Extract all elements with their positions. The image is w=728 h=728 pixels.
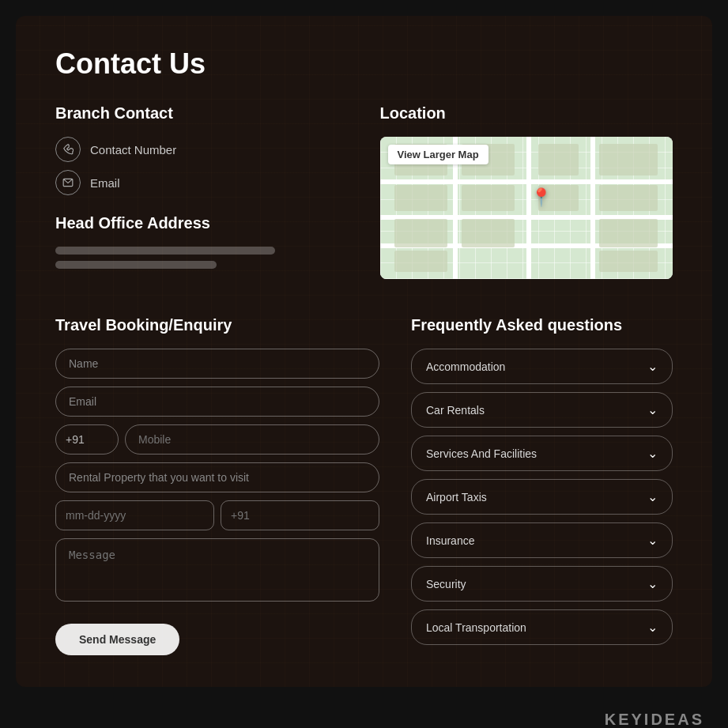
- property-field-group: [55, 462, 379, 492]
- faq-item-local-transportation[interactable]: Local Transportation ⌄: [411, 609, 673, 645]
- chevron-down-icon: ⌄: [647, 359, 658, 374]
- travel-booking-title: Travel Booking/Enquiry: [55, 316, 379, 334]
- name-input[interactable]: [55, 349, 379, 379]
- map-block: [462, 185, 515, 210]
- faq-item-insurance[interactable]: Insurance ⌄: [411, 522, 673, 558]
- country-code-input[interactable]: [55, 424, 119, 455]
- map-block: [394, 251, 447, 272]
- faq-item-services-facilities[interactable]: Services And Facilities ⌄: [411, 436, 673, 471]
- branch-contact-section: Branch Contact Contact Number: [55, 104, 349, 292]
- secondary-phone-input[interactable]: [221, 500, 379, 530]
- faq-label-car-rentals: Car Rentals: [426, 404, 485, 417]
- email-item[interactable]: Email: [55, 170, 349, 195]
- property-input[interactable]: [55, 462, 379, 492]
- travel-booking-section: Travel Booking/Enquiry: [55, 316, 379, 655]
- head-office-title: Head Office Address: [55, 214, 349, 232]
- faq-title: Frequently Asked questions: [411, 316, 673, 334]
- contact-number-label: Contact Number: [90, 143, 176, 157]
- map-block: [599, 251, 658, 272]
- chevron-down-icon: ⌄: [647, 446, 658, 461]
- faq-item-car-rentals[interactable]: Car Rentals ⌄: [411, 392, 673, 428]
- email-icon: [55, 170, 81, 195]
- phone-row: [55, 424, 379, 455]
- faq-item-accommodation[interactable]: Accommodation ⌄: [411, 349, 673, 384]
- phone-icon: [55, 137, 81, 162]
- brand-logo: KEYIDEAS agility·ingenuity·reliability: [591, 711, 704, 728]
- map-block: [599, 219, 658, 247]
- map-container: View Larger Map: [380, 137, 673, 279]
- brand-name: KEYIDEAS: [605, 711, 704, 728]
- faq-item-airport-taxis[interactable]: Airport Taxis ⌄: [411, 479, 673, 515]
- map-block: [462, 219, 515, 247]
- map-block: [599, 185, 658, 210]
- chevron-down-icon: ⌄: [647, 533, 658, 548]
- faq-label-local-transportation: Local Transportation: [426, 621, 526, 634]
- faq-label-airport-taxis: Airport Taxis: [426, 491, 487, 504]
- map-block: [394, 185, 447, 210]
- view-larger-map-button[interactable]: View Larger Map: [388, 145, 488, 164]
- faq-item-security[interactable]: Security ⌄: [411, 566, 673, 602]
- date-phone-row: [55, 500, 379, 530]
- page-title: Contact Us: [55, 47, 673, 81]
- email-input[interactable]: [55, 387, 379, 417]
- faq-label-security: Security: [426, 578, 466, 590]
- chevron-down-icon: ⌄: [647, 402, 658, 417]
- map-road: [590, 137, 595, 279]
- map-road: [526, 137, 531, 279]
- footer: KEYIDEAS agility·ingenuity·reliability: [0, 703, 728, 728]
- send-message-button[interactable]: Send Message: [55, 624, 179, 655]
- map-block: [599, 144, 658, 175]
- date-input[interactable]: [55, 500, 214, 530]
- email-label: Email: [90, 176, 120, 190]
- email-field-group: [55, 387, 379, 417]
- faq-section: Frequently Asked questions Accommodation…: [411, 316, 673, 655]
- chevron-down-icon: ⌄: [647, 576, 658, 591]
- contact-number-item[interactable]: Contact Number: [55, 137, 349, 162]
- location-section: Location View Larger Map: [380, 104, 673, 292]
- map-pin: 📍: [530, 187, 552, 208]
- mobile-input[interactable]: [125, 424, 379, 455]
- map-block: [538, 144, 579, 175]
- faq-label-insurance: Insurance: [426, 534, 474, 547]
- map-block: [394, 219, 447, 247]
- address-line-1: [55, 247, 275, 255]
- faq-label-accommodation: Accommodation: [426, 360, 505, 373]
- message-field-group: [55, 538, 379, 605]
- location-title: Location: [380, 104, 673, 123]
- chevron-down-icon: ⌄: [647, 620, 658, 635]
- chevron-down-icon: ⌄: [647, 489, 658, 504]
- branch-contact-title: Branch Contact: [55, 104, 349, 123]
- faq-label-services-facilities: Services And Facilities: [426, 447, 537, 460]
- message-textarea[interactable]: [55, 538, 379, 602]
- address-line-2: [55, 261, 217, 269]
- name-field-group: [55, 349, 379, 379]
